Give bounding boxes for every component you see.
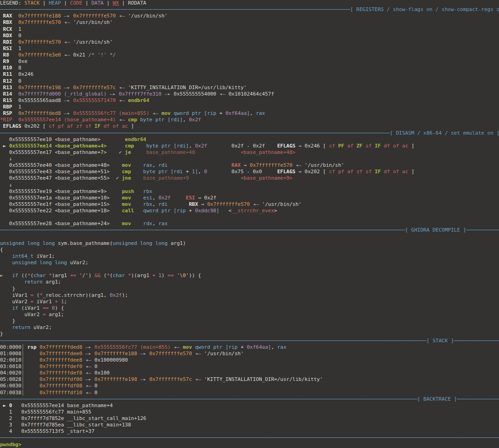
disasm-branch-arrow: ↓ — [0, 156, 499, 162]
disasm-line: 0x55555557ee28 <base_pathname+24> mov rd… — [0, 221, 499, 227]
section-separator-stack-text: ────────────────────────────────────────… — [0, 338, 499, 344]
stack-row: 07:0038│ 0x7fffffffdf10 ◂— 0 — [0, 390, 499, 396]
backtrace-frame: 4 0x5555555713f5 _start+37 — [0, 428, 499, 435]
disasm-line: 0x55555557ee22 <base_pathname+18> call q… — [0, 208, 499, 214]
register-row-r13: R13 0x7fffffffe198 —▸ 0x7fffffffe57c ◂— … — [0, 85, 499, 91]
section-separator-backtrace-text: ────────────────────────────────────────… — [0, 396, 499, 402]
register-row-rbp: RBP 1 — [0, 104, 499, 110]
register-row-rip: *RIP 0x55555557ee14 (base_pathname+4) ◂—… — [0, 117, 499, 123]
decompile-line: uVar2 = iVar1 + 1; — [0, 299, 499, 305]
disasm-line: 0x55555557ee10 <base_pathname> endbr64 — [0, 136, 499, 143]
register-row-rdx: RDX 0 — [0, 33, 499, 39]
decompile-line: } — [0, 331, 499, 337]
register-row-r12: R12 0 — [0, 78, 499, 85]
decompile-line: return uVar2; — [0, 324, 499, 331]
section-separator-bottom-text: ────────────────────────────────────────… — [0, 435, 499, 441]
disasm-line: 0x55555557ee43 <base_pathname+51> cmp by… — [0, 169, 499, 175]
backtrace-frame-current: ► 0 0x55555557ee14 base_pathname+4 — [0, 403, 499, 409]
stack-row: 03:0018│ 0x7fffffffdef0 ◂— 0 — [0, 363, 499, 370]
section-separator-registers-text: ────────────────────────────────────────… — [0, 6, 499, 12]
disasm-blank — [0, 214, 499, 221]
register-row-rbx: RBX 0x7fffffffe570 ◂— '/usr/bin/sh' — [0, 19, 499, 26]
section-separator-backtrace: ────────────────────────────────────────… — [0, 396, 499, 403]
decompile-line: uVar2 = arg1; — [0, 312, 499, 318]
decompile-blank — [0, 234, 499, 240]
register-row-r11: R11 0x246 — [0, 71, 499, 78]
stack-row: 04:0020│ 0x7fffffffdef8 ◂— 0x100 — [0, 370, 499, 376]
decompile-line: if (iVar1 == 0) { — [0, 305, 499, 312]
register-row-rsi: RSI 1 — [0, 45, 499, 52]
decompile-line: { — [0, 247, 499, 253]
register-row-rdi: RDI 0x7fffffffe570 ◂— '/usr/bin/sh' — [0, 39, 499, 45]
section-separator-registers: ────────────────────────────────────────… — [0, 6, 499, 13]
stack-row: 02:0010│ 0x7fffffffdee8 ◂— 0x100000980 — [0, 357, 499, 363]
decompile-line: int64_t iVar1; — [0, 253, 499, 260]
decompile-blank — [0, 266, 499, 272]
decompile-line: } — [0, 286, 499, 292]
decompile-line-current: ► if ((*(char *)arg1 == '/') && (*(char … — [0, 272, 499, 279]
register-row-r8: R8 0x7fffffffe3e0 ◂— 0x21 /* '!' */ — [0, 52, 499, 58]
decompile-line: iVar1 = (*_reloc.strrchr)(arg1, 0x2f); — [0, 292, 499, 299]
register-row-rsp: RSP 0x7fffffffded8 —▸ 0x55555556fc77 (ma… — [0, 110, 499, 117]
register-row-r10: R10 8 — [0, 65, 499, 71]
section-separator-decompile: ────────────────────────────────────────… — [0, 227, 499, 233]
register-row-rax: RAX 0x7fffffffe188 —▸ 0x7fffffffe570 ◂— … — [0, 13, 499, 19]
section-separator-bottom: ────────────────────────────────────────… — [0, 435, 499, 441]
legend: LEGEND: STACK | HEAP | CODE | DATA | WX … — [0, 0, 499, 6]
section-separator-decompile-text: ────────────────────────────────────────… — [0, 227, 499, 233]
decompile-line: unsigned long long uVar2; — [0, 260, 499, 266]
stack-row: 06:0030│ 0x7fffffffdf08 ◂— 0 — [0, 383, 499, 389]
disasm-line: 0x55555557ee17 <base_pathname+7> ✓ je ba… — [0, 149, 499, 156]
register-row-rcx: RCX 1 — [0, 26, 499, 33]
prompt-line[interactable]: pwndbg> — [0, 442, 499, 448]
decompile-line: } — [0, 318, 499, 324]
section-separator-disasm-text: ────────────────────────────────────────… — [0, 130, 499, 136]
register-row-r9: R9 0xe — [0, 58, 499, 65]
disasm-line: 0x55555557ee47 <base_pathname+55> ✓ jne … — [0, 175, 499, 181]
backtrace-frame: 1 0x55555556fc77 main+855 — [0, 409, 499, 415]
backtrace-frame: 3 0x7ffff7d785ea __libc_start_main+138 — [0, 422, 499, 428]
disasm-branch-arrow: ↓ — [0, 182, 499, 188]
disasm-line: 0x55555557ee1f <base_pathname+15> mov rb… — [0, 201, 499, 208]
register-row-eflags: EFLAGS 0x202 [ cf pf af zf sf IF df of a… — [0, 123, 499, 130]
backtrace-frame: 2 0x7ffff7d7852e __libc_start_call_main+… — [0, 415, 499, 422]
register-row-r15: R15 0x55555565aad8 —▸ 0x555555571470 ◂— … — [0, 97, 499, 104]
register-row-r14: R14 0x7ffff7ffd000 (_rtld_global) —▸ 0x7… — [0, 91, 499, 97]
disasm-line: 0x55555557ee40 <base_pathname+48> mov ra… — [0, 162, 499, 169]
stack-row: 00:0000│ rsp 0x7fffffffded8 —▸ 0x5555555… — [0, 344, 499, 351]
disasm-line: 0x55555557ee19 <base_pathname+9> push rb… — [0, 188, 499, 195]
pwndbg-terminal: LEGEND: STACK | HEAP | CODE | DATA | WX … — [0, 0, 499, 448]
decompile-line: unsigned long long sym.base_pathname(uns… — [0, 240, 499, 247]
stack-row: 05:0028│ 0x7fffffffdf00 —▸ 0x7fffffffe19… — [0, 376, 499, 383]
disasm-line-current: ► 0x55555557ee14 <base_pathname+4> cmp b… — [0, 143, 499, 149]
disasm-line: 0x55555557ee1a <base_pathname+10> mov es… — [0, 195, 499, 201]
section-separator-stack: ────────────────────────────────────────… — [0, 338, 499, 344]
decompile-line: return arg1; — [0, 279, 499, 285]
section-separator-disasm: ────────────────────────────────────────… — [0, 130, 499, 136]
stack-row: 01:0008│ 0x7fffffffdee0 —▸ 0x7fffffffe18… — [0, 351, 499, 357]
